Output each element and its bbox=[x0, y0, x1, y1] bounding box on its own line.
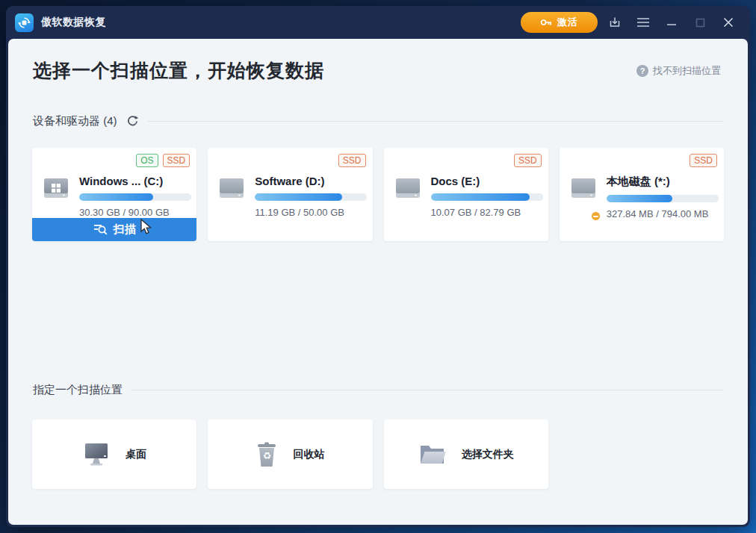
desktop-card[interactable]: 桌面 bbox=[32, 420, 196, 489]
key-icon bbox=[540, 17, 552, 28]
drive-capacity: 30.30 GB / 90.00 GB bbox=[79, 207, 193, 218]
recycle-bin-icon: ♻ bbox=[255, 442, 278, 467]
divider bbox=[131, 390, 724, 390]
locations-section-label: 指定一个扫描位置 bbox=[33, 383, 123, 397]
scan-label: 扫描 bbox=[114, 222, 136, 237]
help-label: 找不到扫描位置 bbox=[653, 64, 721, 78]
drive-card-local[interactable]: SSD 本地磁盘 (*:) bbox=[560, 148, 724, 241]
drive-name: Docs (E:) bbox=[431, 175, 545, 187]
drive-capacity: 11.19 GB / 50.00 GB bbox=[255, 207, 368, 218]
windows-drive-icon bbox=[43, 178, 70, 218]
drive-name: Windows ... (C:) bbox=[79, 175, 193, 187]
usage-bar bbox=[79, 193, 191, 201]
titlebar: 傲软数据恢复 激活 bbox=[6, 6, 750, 39]
drive-name: Software (D:) bbox=[255, 175, 368, 187]
recycle-bin-card[interactable]: ♻ 回收站 bbox=[208, 420, 372, 489]
menu-button[interactable] bbox=[632, 11, 654, 34]
cant-find-location-link[interactable]: ? 找不到扫描位置 bbox=[636, 64, 721, 78]
ssd-badge: SSD bbox=[690, 154, 717, 167]
recycle-bin-label: 回收站 bbox=[293, 448, 324, 461]
close-icon bbox=[723, 17, 734, 28]
os-badge: OS bbox=[136, 154, 158, 167]
drive-card-c[interactable]: OS SSD bbox=[32, 148, 196, 241]
drive-capacity: 10.07 GB / 82.79 GB bbox=[431, 207, 545, 218]
drive-card-e[interactable]: SSD Docs (E:) bbox=[384, 148, 548, 241]
minimize-icon bbox=[666, 17, 677, 28]
choose-folder-card[interactable]: 选择文件夹 bbox=[384, 420, 548, 489]
usage-bar bbox=[607, 195, 719, 202]
hamburger-icon bbox=[636, 17, 650, 28]
scan-button[interactable]: 扫描 bbox=[32, 218, 196, 241]
desktop-icon bbox=[82, 442, 111, 467]
usage-bar bbox=[255, 193, 367, 201]
choose-folder-label: 选择文件夹 bbox=[462, 448, 514, 461]
desktop-label: 桌面 bbox=[126, 448, 146, 461]
folder-icon bbox=[418, 443, 447, 467]
drive-capacity: 327.84 MB / 794.00 MB bbox=[607, 208, 720, 219]
main-content: 选择一个扫描位置，开始恢复数据 ? 找不到扫描位置 设备和驱动器 (4) bbox=[8, 39, 748, 525]
app-window: 傲软数据恢复 激活 bbox=[6, 6, 750, 527]
devices-section-label: 设备和驱动器 (4) bbox=[33, 114, 117, 128]
refresh-icon bbox=[126, 115, 139, 128]
drive-icon bbox=[395, 178, 422, 218]
close-button[interactable] bbox=[717, 11, 740, 34]
ssd-badge: SSD bbox=[338, 154, 366, 167]
drive-icon bbox=[219, 178, 246, 218]
download-icon bbox=[608, 16, 622, 29]
question-icon: ? bbox=[636, 65, 648, 77]
drive-card-d[interactable]: SSD Software (D:) bbox=[208, 148, 372, 241]
maximize-icon bbox=[695, 18, 705, 28]
maximize-button[interactable] bbox=[689, 11, 711, 34]
location-card-grid: 桌面 ♻ 回收站 bbox=[32, 420, 724, 489]
drive-name: 本地磁盘 (*:) bbox=[607, 175, 720, 189]
drive-card-grid: OS SSD bbox=[32, 148, 724, 241]
app-logo-icon bbox=[15, 13, 34, 32]
divider bbox=[148, 121, 725, 122]
ssd-badge: SSD bbox=[163, 154, 190, 167]
usage-bar bbox=[431, 193, 543, 201]
warning-dot-icon bbox=[591, 211, 601, 221]
ssd-badge: SSD bbox=[514, 154, 542, 167]
drive-icon-warning bbox=[571, 178, 598, 219]
scan-icon bbox=[93, 223, 108, 236]
refresh-button[interactable] bbox=[126, 115, 139, 128]
download-button[interactable] bbox=[604, 11, 626, 34]
minimize-button[interactable] bbox=[660, 11, 683, 34]
app-title: 傲软数据恢复 bbox=[41, 16, 106, 29]
activate-label: 激活 bbox=[557, 16, 578, 29]
activate-button[interactable]: 激活 bbox=[521, 12, 598, 33]
page-title: 选择一个扫描位置，开始恢复数据 bbox=[33, 58, 324, 83]
